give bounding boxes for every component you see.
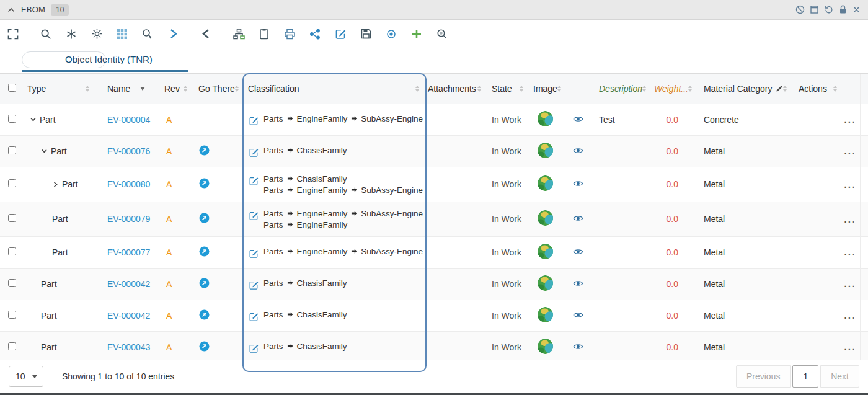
row-actions-button[interactable]: ... bbox=[844, 214, 856, 224]
preview-eye-icon[interactable] bbox=[573, 115, 583, 123]
column-header-name[interactable]: Name bbox=[107, 84, 130, 94]
fullscreen-icon[interactable] bbox=[6, 27, 20, 41]
row-checkbox[interactable] bbox=[8, 115, 16, 123]
part-name-link[interactable]: EV-000077 bbox=[107, 247, 150, 257]
close-icon[interactable] bbox=[852, 6, 861, 14]
grid-view-icon[interactable] bbox=[115, 27, 129, 41]
go-there-icon[interactable] bbox=[199, 145, 210, 156]
preview-eye-icon[interactable] bbox=[573, 180, 583, 187]
go-there-icon[interactable] bbox=[199, 213, 210, 223]
part-thumbnail-globe-icon[interactable] bbox=[537, 110, 554, 127]
part-thumbnail-globe-icon[interactable] bbox=[537, 142, 554, 159]
part-thumbnail-globe-icon[interactable] bbox=[537, 243, 554, 260]
row-checkbox[interactable] bbox=[8, 146, 16, 154]
part-name-link[interactable]: EV-000042 bbox=[107, 311, 150, 321]
sort-state-icon[interactable] bbox=[520, 86, 523, 92]
page-size-select[interactable]: 10 bbox=[9, 366, 43, 387]
part-thumbnail-globe-icon[interactable] bbox=[537, 338, 554, 355]
edit-classification-icon[interactable] bbox=[249, 280, 259, 290]
collapse-panel-chevron-icon[interactable] bbox=[7, 7, 15, 12]
edit-classification-icon[interactable] bbox=[249, 148, 259, 157]
part-name-link[interactable]: EV-000042 bbox=[107, 279, 150, 289]
edit-classification-icon[interactable] bbox=[249, 312, 259, 321]
name-sort-caret-icon[interactable] bbox=[140, 87, 145, 91]
preview-eye-icon[interactable] bbox=[573, 147, 583, 154]
chevron-right-icon[interactable] bbox=[166, 27, 180, 41]
search-icon[interactable] bbox=[39, 27, 53, 41]
print-icon[interactable] bbox=[283, 27, 296, 41]
zoom-in-icon[interactable] bbox=[435, 27, 449, 41]
sort-weight-icon[interactable] bbox=[688, 86, 692, 92]
go-there-icon[interactable] bbox=[199, 309, 210, 320]
add-icon[interactable] bbox=[410, 27, 423, 41]
column-header-rev[interactable]: Rev bbox=[164, 84, 180, 94]
row-actions-button[interactable]: ... bbox=[844, 179, 856, 190]
current-page-button[interactable]: 1 bbox=[792, 365, 818, 388]
sort-rev-icon[interactable] bbox=[184, 86, 187, 92]
row-checkbox[interactable] bbox=[8, 342, 16, 350]
edit-classification-icon[interactable] bbox=[249, 249, 259, 258]
go-there-icon[interactable] bbox=[199, 246, 210, 257]
settings-gear-icon[interactable] bbox=[90, 27, 104, 41]
clipboard-icon[interactable] bbox=[257, 27, 271, 41]
part-thumbnail-globe-icon[interactable] bbox=[537, 175, 554, 192]
part-name-link[interactable]: EV-000080 bbox=[107, 179, 150, 189]
share-icon[interactable] bbox=[308, 27, 322, 41]
hierarchy-icon[interactable] bbox=[232, 27, 246, 41]
row-checkbox[interactable] bbox=[8, 214, 16, 222]
asterisk-icon[interactable] bbox=[64, 27, 78, 41]
column-header-type[interactable]: Type bbox=[27, 84, 46, 94]
edit-classification-icon[interactable] bbox=[249, 211, 259, 220]
part-thumbnail-globe-icon[interactable] bbox=[537, 306, 554, 323]
window-restore-icon[interactable] bbox=[810, 6, 818, 14]
part-thumbnail-globe-icon[interactable] bbox=[537, 210, 554, 226]
row-actions-button[interactable]: ... bbox=[844, 114, 856, 125]
row-checkbox[interactable] bbox=[8, 179, 16, 187]
sort-description-icon[interactable] bbox=[642, 86, 646, 92]
preview-eye-icon[interactable] bbox=[573, 280, 583, 287]
column-header-classification[interactable]: Classification bbox=[248, 84, 299, 94]
row-checkbox[interactable] bbox=[8, 311, 16, 319]
part-name-link[interactable]: EV-000079 bbox=[107, 214, 150, 224]
sort-go-there-icon[interactable] bbox=[235, 86, 239, 92]
column-header-actions[interactable]: Actions bbox=[799, 84, 827, 94]
part-name-link[interactable]: EV-000076 bbox=[107, 146, 150, 156]
part-name-link[interactable]: EV-000043 bbox=[107, 342, 150, 352]
row-checkbox[interactable] bbox=[8, 247, 16, 255]
expand-row-chevron-icon[interactable] bbox=[52, 181, 59, 188]
edit-classification-icon[interactable] bbox=[249, 344, 259, 353]
sort-attachments-icon[interactable] bbox=[477, 86, 481, 92]
row-actions-button[interactable]: ... bbox=[844, 342, 856, 352]
inspect-icon[interactable] bbox=[141, 27, 154, 41]
row-actions-button[interactable]: ... bbox=[844, 310, 856, 321]
row-checkbox[interactable] bbox=[8, 279, 16, 287]
preview-eye-icon[interactable] bbox=[573, 343, 583, 350]
edit-classification-icon[interactable] bbox=[249, 176, 259, 185]
part-thumbnail-globe-icon[interactable] bbox=[537, 275, 554, 291]
part-name-link[interactable]: EV-000004 bbox=[107, 115, 150, 125]
sort-image-icon[interactable] bbox=[557, 86, 561, 92]
undo-icon[interactable] bbox=[824, 5, 833, 14]
save-icon[interactable] bbox=[359, 27, 373, 41]
visibility-icon[interactable] bbox=[384, 27, 398, 41]
next-page-button[interactable]: Next bbox=[820, 365, 859, 388]
sort-classification-icon[interactable] bbox=[415, 86, 419, 92]
column-header-material-category[interactable]: Material Category bbox=[704, 84, 773, 94]
previous-page-button[interactable]: Previous bbox=[736, 365, 790, 388]
column-header-go-there[interactable]: Go There bbox=[198, 84, 235, 94]
go-there-icon[interactable] bbox=[199, 278, 210, 288]
tab-object-identity[interactable]: Object Identity (TNR) bbox=[65, 54, 153, 64]
column-header-description[interactable]: Description bbox=[599, 84, 642, 94]
row-actions-button[interactable]: ... bbox=[844, 146, 856, 156]
column-header-weight[interactable]: Weight... bbox=[654, 84, 688, 94]
edit-classification-icon[interactable] bbox=[249, 116, 259, 125]
sort-material-icon[interactable] bbox=[783, 86, 787, 92]
column-header-attachments[interactable]: Attachments bbox=[428, 84, 476, 94]
select-all-checkbox[interactable] bbox=[8, 84, 16, 92]
row-actions-button[interactable]: ... bbox=[844, 247, 856, 257]
sort-actions-icon[interactable] bbox=[833, 86, 837, 92]
disable-icon[interactable] bbox=[795, 5, 805, 14]
preview-eye-icon[interactable] bbox=[573, 248, 583, 255]
preview-eye-icon[interactable] bbox=[573, 311, 583, 319]
column-header-image[interactable]: Image bbox=[533, 84, 557, 94]
